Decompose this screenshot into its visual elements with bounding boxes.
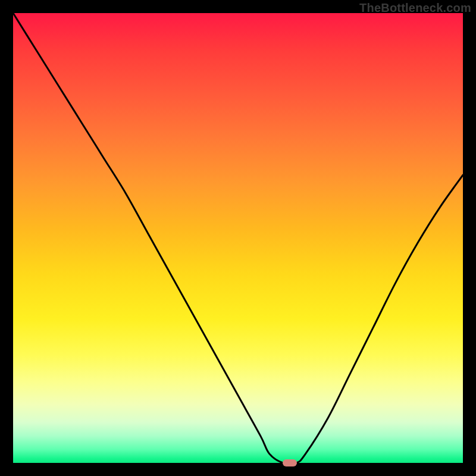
minimum-marker <box>283 459 297 466</box>
plot-area <box>13 13 463 463</box>
chart-frame: TheBottleneck.com <box>0 0 476 476</box>
bottleneck-curve <box>13 13 463 463</box>
watermark-text: TheBottleneck.com <box>359 1 471 15</box>
